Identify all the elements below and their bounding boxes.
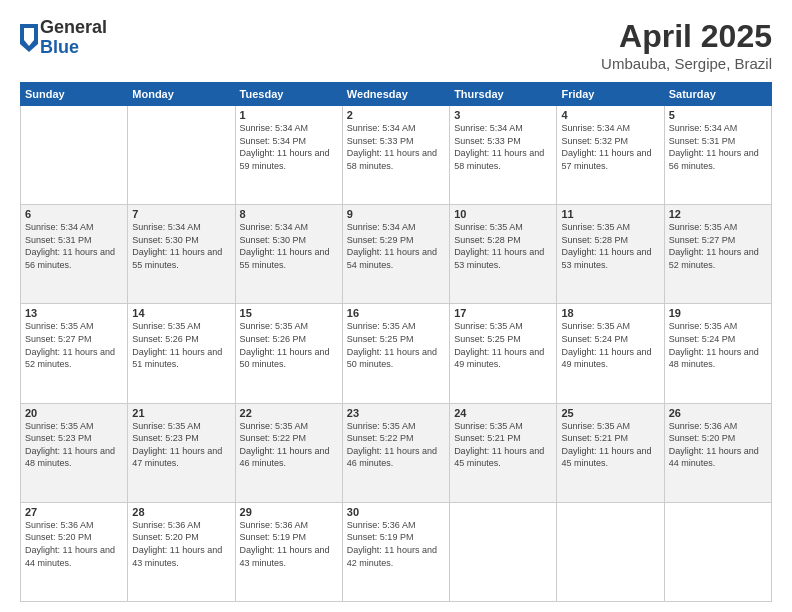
day-number: 21 (132, 407, 230, 419)
col-monday: Monday (128, 83, 235, 106)
calendar-cell: 8Sunrise: 5:34 AM Sunset: 5:30 PM Daylig… (235, 205, 342, 304)
title-block: April 2025 Umbauba, Sergipe, Brazil (601, 18, 772, 72)
day-number: 6 (25, 208, 123, 220)
calendar-cell: 5Sunrise: 5:34 AM Sunset: 5:31 PM Daylig… (664, 106, 771, 205)
day-info: Sunrise: 5:36 AM Sunset: 5:20 PM Dayligh… (25, 519, 123, 569)
calendar-cell: 19Sunrise: 5:35 AM Sunset: 5:24 PM Dayli… (664, 304, 771, 403)
day-info: Sunrise: 5:35 AM Sunset: 5:24 PM Dayligh… (669, 320, 767, 370)
day-info: Sunrise: 5:36 AM Sunset: 5:19 PM Dayligh… (240, 519, 338, 569)
calendar-cell: 25Sunrise: 5:35 AM Sunset: 5:21 PM Dayli… (557, 403, 664, 502)
calendar-cell: 10Sunrise: 5:35 AM Sunset: 5:28 PM Dayli… (450, 205, 557, 304)
calendar-cell: 14Sunrise: 5:35 AM Sunset: 5:26 PM Dayli… (128, 304, 235, 403)
day-number: 4 (561, 109, 659, 121)
calendar-cell: 26Sunrise: 5:36 AM Sunset: 5:20 PM Dayli… (664, 403, 771, 502)
day-number: 24 (454, 407, 552, 419)
day-number: 25 (561, 407, 659, 419)
day-number: 13 (25, 307, 123, 319)
day-info: Sunrise: 5:35 AM Sunset: 5:26 PM Dayligh… (132, 320, 230, 370)
day-number: 9 (347, 208, 445, 220)
title-month: April 2025 (601, 18, 772, 55)
day-info: Sunrise: 5:34 AM Sunset: 5:33 PM Dayligh… (347, 122, 445, 172)
logo: General Blue (20, 18, 107, 58)
day-number: 3 (454, 109, 552, 121)
day-number: 18 (561, 307, 659, 319)
calendar-cell: 21Sunrise: 5:35 AM Sunset: 5:23 PM Dayli… (128, 403, 235, 502)
calendar-cell (450, 502, 557, 601)
day-info: Sunrise: 5:34 AM Sunset: 5:30 PM Dayligh… (132, 221, 230, 271)
day-info: Sunrise: 5:35 AM Sunset: 5:28 PM Dayligh… (561, 221, 659, 271)
day-info: Sunrise: 5:35 AM Sunset: 5:26 PM Dayligh… (240, 320, 338, 370)
day-info: Sunrise: 5:35 AM Sunset: 5:27 PM Dayligh… (25, 320, 123, 370)
day-info: Sunrise: 5:35 AM Sunset: 5:23 PM Dayligh… (25, 420, 123, 470)
calendar-cell: 29Sunrise: 5:36 AM Sunset: 5:19 PM Dayli… (235, 502, 342, 601)
calendar-cell: 3Sunrise: 5:34 AM Sunset: 5:33 PM Daylig… (450, 106, 557, 205)
calendar-cell: 17Sunrise: 5:35 AM Sunset: 5:25 PM Dayli… (450, 304, 557, 403)
day-number: 12 (669, 208, 767, 220)
col-sunday: Sunday (21, 83, 128, 106)
day-info: Sunrise: 5:35 AM Sunset: 5:22 PM Dayligh… (347, 420, 445, 470)
col-wednesday: Wednesday (342, 83, 449, 106)
day-info: Sunrise: 5:35 AM Sunset: 5:24 PM Dayligh… (561, 320, 659, 370)
day-number: 17 (454, 307, 552, 319)
day-number: 23 (347, 407, 445, 419)
calendar-cell: 23Sunrise: 5:35 AM Sunset: 5:22 PM Dayli… (342, 403, 449, 502)
calendar-cell: 18Sunrise: 5:35 AM Sunset: 5:24 PM Dayli… (557, 304, 664, 403)
calendar-cell: 16Sunrise: 5:35 AM Sunset: 5:25 PM Dayli… (342, 304, 449, 403)
col-thursday: Thursday (450, 83, 557, 106)
day-number: 22 (240, 407, 338, 419)
day-info: Sunrise: 5:35 AM Sunset: 5:21 PM Dayligh… (454, 420, 552, 470)
calendar-cell: 6Sunrise: 5:34 AM Sunset: 5:31 PM Daylig… (21, 205, 128, 304)
calendar-cell: 28Sunrise: 5:36 AM Sunset: 5:20 PM Dayli… (128, 502, 235, 601)
header: General Blue April 2025 Umbauba, Sergipe… (20, 18, 772, 72)
logo-text: General Blue (40, 18, 107, 58)
week-row-3: 13Sunrise: 5:35 AM Sunset: 5:27 PM Dayli… (21, 304, 772, 403)
day-info: Sunrise: 5:35 AM Sunset: 5:25 PM Dayligh… (347, 320, 445, 370)
day-info: Sunrise: 5:35 AM Sunset: 5:28 PM Dayligh… (454, 221, 552, 271)
day-info: Sunrise: 5:35 AM Sunset: 5:22 PM Dayligh… (240, 420, 338, 470)
calendar-table: Sunday Monday Tuesday Wednesday Thursday… (20, 82, 772, 602)
col-tuesday: Tuesday (235, 83, 342, 106)
day-number: 28 (132, 506, 230, 518)
day-number: 10 (454, 208, 552, 220)
calendar-cell: 13Sunrise: 5:35 AM Sunset: 5:27 PM Dayli… (21, 304, 128, 403)
week-row-5: 27Sunrise: 5:36 AM Sunset: 5:20 PM Dayli… (21, 502, 772, 601)
day-number: 27 (25, 506, 123, 518)
calendar-cell (128, 106, 235, 205)
calendar-cell: 9Sunrise: 5:34 AM Sunset: 5:29 PM Daylig… (342, 205, 449, 304)
calendar-cell: 4Sunrise: 5:34 AM Sunset: 5:32 PM Daylig… (557, 106, 664, 205)
calendar-cell (21, 106, 128, 205)
day-number: 2 (347, 109, 445, 121)
calendar-cell: 27Sunrise: 5:36 AM Sunset: 5:20 PM Dayli… (21, 502, 128, 601)
day-info: Sunrise: 5:34 AM Sunset: 5:34 PM Dayligh… (240, 122, 338, 172)
day-number: 11 (561, 208, 659, 220)
calendar-cell: 15Sunrise: 5:35 AM Sunset: 5:26 PM Dayli… (235, 304, 342, 403)
day-info: Sunrise: 5:34 AM Sunset: 5:33 PM Dayligh… (454, 122, 552, 172)
day-info: Sunrise: 5:34 AM Sunset: 5:31 PM Dayligh… (25, 221, 123, 271)
day-info: Sunrise: 5:35 AM Sunset: 5:21 PM Dayligh… (561, 420, 659, 470)
title-location: Umbauba, Sergipe, Brazil (601, 55, 772, 72)
week-row-4: 20Sunrise: 5:35 AM Sunset: 5:23 PM Dayli… (21, 403, 772, 502)
day-info: Sunrise: 5:34 AM Sunset: 5:29 PM Dayligh… (347, 221, 445, 271)
day-number: 29 (240, 506, 338, 518)
logo-icon (20, 24, 38, 52)
day-number: 20 (25, 407, 123, 419)
day-info: Sunrise: 5:36 AM Sunset: 5:19 PM Dayligh… (347, 519, 445, 569)
day-number: 1 (240, 109, 338, 121)
day-number: 8 (240, 208, 338, 220)
logo-blue-text: Blue (40, 37, 79, 57)
calendar-cell: 24Sunrise: 5:35 AM Sunset: 5:21 PM Dayli… (450, 403, 557, 502)
day-number: 14 (132, 307, 230, 319)
day-info: Sunrise: 5:36 AM Sunset: 5:20 PM Dayligh… (132, 519, 230, 569)
calendar-cell: 1Sunrise: 5:34 AM Sunset: 5:34 PM Daylig… (235, 106, 342, 205)
calendar-cell: 22Sunrise: 5:35 AM Sunset: 5:22 PM Dayli… (235, 403, 342, 502)
calendar-cell: 30Sunrise: 5:36 AM Sunset: 5:19 PM Dayli… (342, 502, 449, 601)
col-friday: Friday (557, 83, 664, 106)
calendar-cell: 20Sunrise: 5:35 AM Sunset: 5:23 PM Dayli… (21, 403, 128, 502)
day-info: Sunrise: 5:34 AM Sunset: 5:30 PM Dayligh… (240, 221, 338, 271)
day-number: 19 (669, 307, 767, 319)
calendar-cell (664, 502, 771, 601)
calendar-cell: 2Sunrise: 5:34 AM Sunset: 5:33 PM Daylig… (342, 106, 449, 205)
day-info: Sunrise: 5:35 AM Sunset: 5:25 PM Dayligh… (454, 320, 552, 370)
day-number: 26 (669, 407, 767, 419)
calendar-cell (557, 502, 664, 601)
